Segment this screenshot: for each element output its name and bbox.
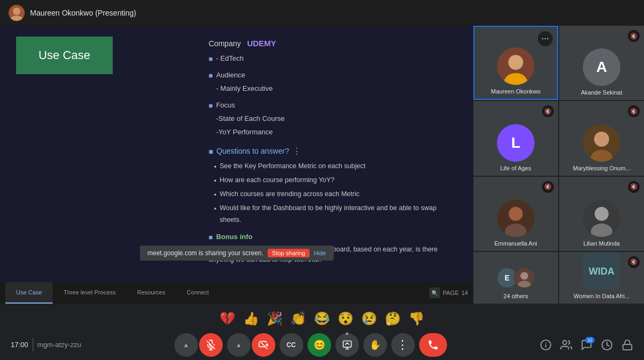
- mic-button[interactable]: [199, 333, 223, 357]
- emoji-thumbsdown[interactable]: 👎: [408, 311, 425, 326]
- mute-icon-emma: 🔇: [542, 181, 554, 193]
- lilian-avatar: [583, 199, 620, 237]
- present-chevron: ▲: [345, 330, 350, 336]
- audience-label: ■ Audience: [209, 69, 457, 82]
- life-avatar: L: [497, 124, 535, 162]
- page-indicator: 🔍 PAGE 14: [429, 287, 468, 298]
- hide-button[interactable]: Hide: [314, 250, 326, 256]
- question-3: • Would like for the Dashboard to be hig…: [214, 203, 457, 226]
- emoji-surprised[interactable]: 😯: [338, 311, 354, 326]
- stop-sharing-button[interactable]: Stop sharing: [268, 249, 310, 257]
- info-button[interactable]: [540, 339, 552, 351]
- others-name: 24 others: [501, 293, 530, 299]
- use-case-box: Use Case: [16, 37, 113, 74]
- svg-point-30: [563, 340, 567, 344]
- emoji-heart[interactable]: 💔: [219, 311, 236, 326]
- chat-button[interactable]: 32: [581, 339, 592, 351]
- focus-item-1: ■ -YoY Performance: [209, 126, 457, 139]
- company-line: Company UDEMY: [209, 37, 457, 51]
- mute-icon-wida: 🔇: [628, 256, 640, 268]
- participant-tile-maureen: ⋯ Maureen Okonkwo: [473, 26, 558, 100]
- focus-label: ■ Focus: [209, 99, 457, 112]
- svg-point-0: [13, 8, 20, 15]
- captions-button[interactable]: CC: [280, 333, 303, 357]
- mic-expand-button[interactable]: ▲: [174, 333, 198, 357]
- svg-point-1: [10, 16, 23, 21]
- controls-left: 17:00 mgm-atzy-zzu: [11, 339, 81, 351]
- questions-list: • See the Key Performance Metric on each…: [214, 161, 457, 226]
- mute-icon-akande: 🔇: [628, 30, 640, 42]
- life-name: Life of Ages: [498, 165, 533, 171]
- lock-button[interactable]: [621, 339, 633, 351]
- present-button[interactable]: [335, 333, 359, 357]
- emoji-row: 💔 👍 🎉 👏 😂 😯 😢 🤔 👎: [219, 304, 425, 329]
- page-label: PAGE: [443, 290, 459, 296]
- screen-share-banner: meet.google.com is sharing your screen. …: [140, 246, 334, 261]
- wida-name: Women In Data Afri...: [572, 293, 632, 299]
- questions-header: ■ Questions to answer? ⋮: [209, 144, 457, 159]
- activities-button[interactable]: [601, 339, 613, 351]
- screen-share-text: meet.google.com is sharing your screen.: [148, 249, 264, 257]
- focus-item-0: ■ -State of Each Course: [209, 113, 457, 125]
- controls-center: ▲ ▲: [174, 333, 447, 357]
- maureen-name: Maureen Okonkwo: [489, 88, 543, 95]
- question-0: • See the Key Performance Metric on each…: [214, 161, 457, 173]
- participants-button[interactable]: [560, 339, 572, 351]
- others-overlay: E: [496, 267, 535, 289]
- mute-icon-life: 🔇: [542, 105, 554, 117]
- participant-tile-emma: 🔇 Emmanuella Ani: [473, 177, 558, 251]
- divider: [33, 339, 33, 351]
- svg-point-8: [594, 132, 609, 147]
- tab-three-level[interactable]: Three level Process: [53, 282, 126, 304]
- mute-icon-lilian: 🔇: [628, 181, 640, 193]
- maureen-avatar: [497, 47, 535, 85]
- company-label: Company: [209, 39, 241, 48]
- camera-group: ▲: [227, 333, 275, 357]
- svg-rect-32: [623, 344, 632, 350]
- svg-point-17: [521, 272, 528, 279]
- raise-hand-button[interactable]: ✋: [363, 333, 387, 357]
- mary-avatar: [583, 124, 620, 162]
- svg-point-14: [595, 207, 609, 221]
- emoji-thumbsup[interactable]: 👍: [243, 311, 259, 326]
- slide-right: Company UDEMY ■ - EdTech ■ Audience ■: [209, 37, 457, 271]
- meeting-id: mgm-atzy-zzu: [38, 341, 82, 349]
- wida-avatar: WIDA: [583, 252, 620, 290]
- company-name: UDEMY: [247, 39, 276, 48]
- emoji-sad[interactable]: 😢: [361, 311, 377, 326]
- participant-tile-akande: 🔇 A Akande Sekinat: [559, 26, 644, 100]
- participant-tile-others: E 24 others: [473, 252, 558, 304]
- tab-use-case[interactable]: Use Case: [5, 282, 53, 304]
- page-number: 14: [462, 290, 468, 296]
- presenter-avatar: [9, 5, 25, 21]
- akande-name: Akande Sekinat: [579, 89, 624, 96]
- more-options-button[interactable]: ⋮: [391, 333, 415, 357]
- emoji-clap[interactable]: 👏: [290, 311, 306, 326]
- tab-resources[interactable]: Resources: [127, 282, 177, 304]
- main-area: Use Case Company UDEMY ■ - EdTech ■: [0, 26, 644, 304]
- participant-tile-lilian: 🔇 Lilian Mutinda: [559, 177, 644, 251]
- presentation-panel: Use Case Company UDEMY ■ - EdTech ■: [0, 26, 473, 304]
- end-call-button[interactable]: [419, 333, 447, 357]
- participant-tile-life: 🔇 L Life of Ages: [473, 101, 558, 175]
- slide-bottom-bar: Use Case Three level Process Resources C…: [0, 282, 473, 304]
- emoji-laugh[interactable]: 😂: [314, 311, 330, 326]
- bottom-area: 💔 👍 🎉 👏 😂 😯 😢 🤔 👎 17:00 mgm-atzy-zzu ▲: [0, 304, 644, 360]
- akande-avatar: A: [583, 48, 620, 86]
- zoom-icon[interactable]: 🔍: [429, 287, 440, 298]
- edtech-line: ■ - EdTech: [209, 53, 457, 65]
- controls-right: 32: [540, 339, 633, 351]
- question-1: • How are each course performing YoY?: [214, 175, 457, 187]
- tab-connect[interactable]: Connect: [176, 282, 219, 304]
- slide-content: Use Case Company UDEMY ■ - EdTech ■: [0, 26, 473, 282]
- camera-button[interactable]: [252, 333, 275, 357]
- more-options-icon[interactable]: ⋯: [538, 31, 553, 46]
- emoji-thinking[interactable]: 🤔: [385, 311, 401, 326]
- time-display: 17:00: [11, 341, 28, 349]
- emoji-party[interactable]: 🎉: [267, 311, 283, 326]
- camera-expand-button[interactable]: ▲: [227, 333, 251, 357]
- question-2: • Which courses are trending across each…: [214, 189, 457, 201]
- emma-name: Emmanuella Ani: [492, 240, 539, 247]
- slide-left: Use Case: [16, 37, 193, 271]
- reactions-button[interactable]: 😊: [308, 333, 331, 357]
